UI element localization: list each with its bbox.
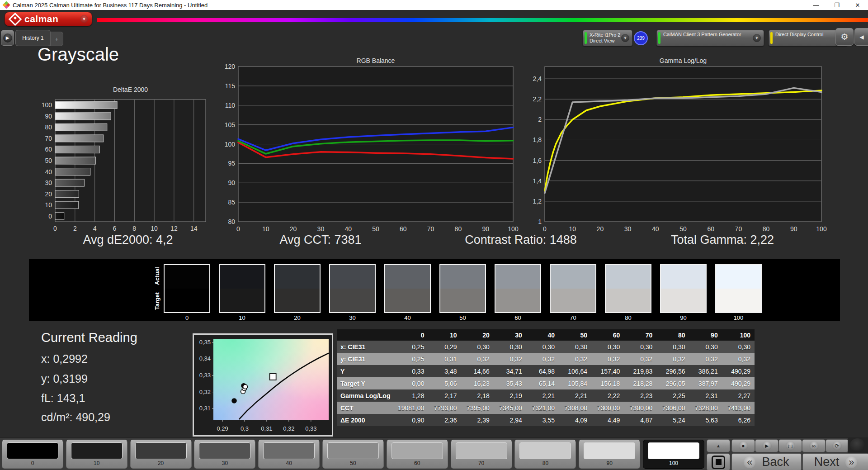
cell-value: 2,36 (428, 414, 461, 426)
pattern-patch-80[interactable]: 80 (514, 440, 576, 469)
infinity-icon: ∞ (809, 441, 819, 451)
swatch-level-label: 100 (715, 314, 762, 321)
pattern-patch-90[interactable]: 90 (579, 440, 640, 469)
cell-value: 0,32 (526, 353, 559, 365)
reading-fl: fL: 143,1 (41, 392, 85, 405)
gray-swatch-60 (495, 264, 541, 313)
meter-dropdown[interactable]: X-Rite i1Pro 2 Direct View ▼ (583, 30, 632, 46)
svg-text:115: 115 (225, 82, 236, 90)
avg-cct-stat: Avg CCT: 7381 (279, 233, 361, 247)
swatch-level-label: 90 (660, 314, 707, 321)
pattern-patch-40[interactable]: 40 (258, 440, 320, 469)
svg-text:40: 40 (45, 168, 52, 176)
svg-text:4: 4 (93, 225, 97, 232)
patch-swatch (584, 442, 635, 459)
contrast-stat: Contrast Ratio: 1488 (465, 233, 577, 247)
svg-text:20: 20 (597, 225, 604, 233)
meter-reading-badge[interactable]: 239 (634, 31, 648, 45)
gray-swatch-0 (164, 264, 210, 313)
pattern-patch-20[interactable]: 20 (130, 440, 192, 469)
cell-value: 4,49 (591, 414, 624, 426)
continuous-read-button[interactable]: ∞ (802, 439, 826, 452)
svg-text:DeltaE 2000: DeltaE 2000 (113, 86, 148, 93)
svg-text:0,33: 0,33 (199, 372, 211, 379)
column-header-100: 100 (722, 329, 755, 341)
cell-value: 0,32 (722, 353, 755, 365)
svg-text:0: 0 (53, 225, 57, 232)
column-header-20: 20 (461, 329, 494, 341)
collapse-panel-button[interactable]: ◀ (854, 28, 868, 46)
svg-text:100: 100 (225, 141, 236, 148)
cell-value: 7328,00 (689, 402, 722, 414)
deltae-bar-90 (55, 113, 111, 120)
pattern-patch-50[interactable]: 50 (322, 440, 384, 469)
display-status-stripe (770, 32, 773, 44)
svg-text:80: 80 (763, 225, 770, 233)
column-header-10: 10 (428, 329, 461, 341)
pattern-patch-100[interactable]: 100 (643, 440, 704, 469)
play-button[interactable]: ▶ (755, 439, 778, 452)
patch-swatch (327, 442, 379, 459)
svg-text:30: 30 (624, 225, 632, 233)
cell-value: 2,31 (689, 389, 722, 402)
back-button[interactable]: « Back (731, 453, 802, 470)
cell-value: 2,25 (656, 389, 689, 402)
cell-value: 0,30 (689, 341, 722, 353)
play-icon: ▶ (762, 441, 772, 451)
cell-value: 19081,00 (396, 402, 428, 414)
deltae-bar-80 (55, 123, 107, 131)
pattern-patch-30[interactable]: 30 (194, 440, 255, 469)
settings-button[interactable]: ⚙ (835, 28, 854, 46)
minimize-button[interactable]: — (806, 0, 826, 10)
pattern-generator-dropdown[interactable]: CalMAN Client 3 Pattern Generator ▼ (656, 30, 764, 46)
svg-text:Gamma Log/Log: Gamma Log/Log (660, 57, 707, 64)
cell-value: 0,31 (428, 353, 461, 365)
cell-value: 7300,00 (591, 402, 624, 414)
pattern-patch-70[interactable]: 70 (451, 440, 512, 469)
svg-text:12: 12 (170, 225, 178, 232)
cell-value: 105,84 (559, 377, 591, 389)
pattern-window-button[interactable] (707, 453, 730, 470)
close-button[interactable]: ✕ (847, 0, 868, 10)
svg-text:90: 90 (790, 225, 797, 233)
cell-value: 7345,00 (494, 402, 526, 414)
page-title: Grayscale (38, 44, 119, 65)
tab-history-1[interactable]: History 1 (15, 30, 51, 46)
svg-text:RGB Balance: RGB Balance (357, 57, 395, 64)
cell-value: 0,25 (396, 353, 428, 365)
pattern-patch-10[interactable]: 10 (66, 440, 127, 469)
pattern-options-button[interactable]: [··] (778, 439, 802, 452)
cell-value: 0,32 (656, 353, 689, 365)
cell-value: 0,30 (526, 341, 559, 353)
cell-value: 0,30 (494, 341, 526, 353)
cell-value: 7306,00 (656, 402, 689, 414)
pattern-generator-label: CalMAN Client 3 Pattern Generator (663, 32, 741, 37)
cell-value: 0,30 (461, 341, 494, 353)
row-label: y: CIE31 (337, 353, 396, 365)
avg-de-stat: Avg dE2000: 4,2 (83, 233, 173, 247)
patch-swatch (648, 442, 699, 459)
pattern-patch-60[interactable]: 60 (387, 440, 448, 469)
svg-text:0,33: 0,33 (305, 425, 316, 432)
cell-value: 218,28 (624, 377, 656, 389)
swatch-level-label: 50 (439, 314, 486, 321)
svg-text:30: 30 (45, 179, 52, 186)
patch-swatch (135, 442, 187, 459)
gray-swatch-100 (715, 264, 762, 313)
stop-button[interactable]: ■ (731, 439, 755, 452)
cell-value: 0,30 (722, 341, 755, 353)
status-panel (848, 438, 868, 453)
row-label: CCT (337, 402, 396, 414)
next-button[interactable]: Next » (802, 453, 868, 470)
patch-swatch (456, 442, 507, 459)
workflow-nav-button[interactable]: ▶ (1, 30, 14, 46)
refresh-button[interactable]: ⟳ (826, 439, 849, 452)
restore-button[interactable]: ❐ (826, 0, 847, 10)
svg-text:0,32: 0,32 (283, 425, 294, 432)
pattern-up-button[interactable]: ▲ (707, 439, 730, 452)
pattern-patch-0[interactable]: 0 (2, 440, 63, 469)
title-bar: Calman 2025 Calman Ultimate for Business… (0, 0, 868, 10)
svg-text:0,31: 0,31 (199, 405, 211, 412)
calman-menu-button[interactable]: calman ▼ (5, 12, 92, 26)
svg-text:50: 50 (679, 225, 687, 233)
